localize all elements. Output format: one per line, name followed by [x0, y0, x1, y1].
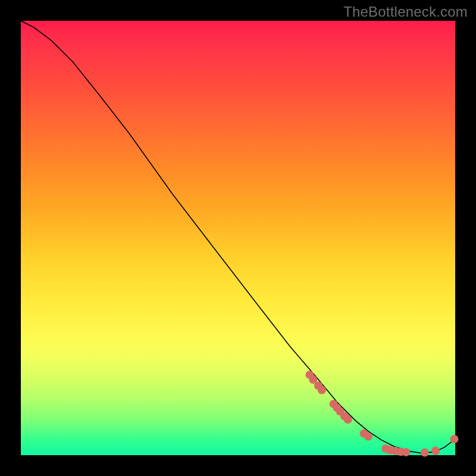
- data-marker: [344, 415, 352, 424]
- watermark-text: TheBottleneck.com: [343, 4, 468, 20]
- curve-layer: [21, 21, 455, 455]
- data-marker: [402, 448, 411, 456]
- data-marker: [364, 433, 372, 441]
- plot-area: [21, 21, 455, 455]
- data-marker: [431, 447, 440, 455]
- bottleneck-curve: [21, 21, 455, 453]
- data-marker: [450, 435, 459, 443]
- data-marker: [421, 449, 429, 457]
- chart-stage: TheBottleneck.com: [0, 0, 476, 476]
- data-marker: [318, 386, 326, 394]
